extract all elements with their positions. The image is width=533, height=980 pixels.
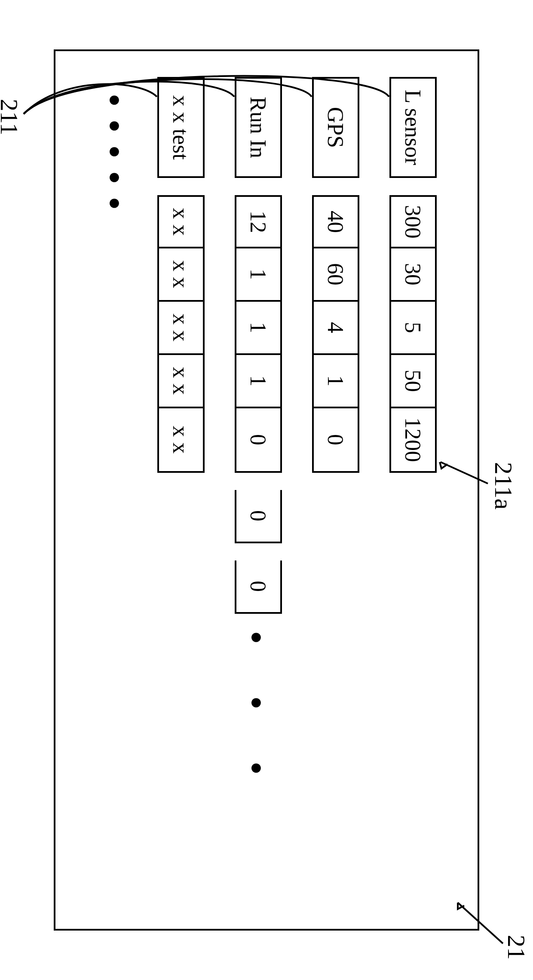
label-xx-test: x x test <box>157 77 205 178</box>
cell: x x <box>157 355 205 408</box>
row-gps: GPS 40 60 4 1 0 <box>312 77 359 473</box>
cell: 0 <box>235 408 282 473</box>
cell: 0 <box>235 490 282 543</box>
row-run-in: Run In 12 1 1 1 0 0 0 <box>235 77 282 614</box>
cell: 1 <box>235 248 282 302</box>
dot-icon: • <box>95 120 133 135</box>
cell: x x <box>157 248 205 302</box>
dot-icon: • <box>95 197 133 212</box>
ref-211: 211 <box>0 99 24 135</box>
dot-icon: • <box>237 631 275 655</box>
dot-icon: • <box>237 697 275 721</box>
cell: 1 <box>235 355 282 408</box>
cell: 30 <box>389 248 437 302</box>
cell: 50 <box>389 355 437 408</box>
cell: 0 <box>235 560 282 614</box>
cell: 5 <box>389 302 437 355</box>
cell: 1 <box>312 355 359 408</box>
cell: x x <box>157 195 205 248</box>
cells-gps: 40 60 4 1 0 <box>312 195 359 473</box>
dot-icon: • <box>95 94 133 109</box>
cell: 4 <box>312 302 359 355</box>
dot-icon: • <box>237 762 275 786</box>
cell: 1 <box>235 302 282 355</box>
cells-run-in: 12 1 1 1 0 0 0 <box>235 195 282 614</box>
ref-211a: 211a <box>489 462 518 510</box>
cell: 12 <box>235 195 282 248</box>
row-xx-test: x x test x x x x x x x x x x <box>157 77 205 473</box>
ellipsis-vertical: • • • • • <box>95 94 134 212</box>
label-run-in: Run In <box>235 77 282 178</box>
cell: x x <box>157 408 205 473</box>
label-l-sensor: L sensor <box>389 77 437 178</box>
cell-211a: 1200 <box>389 408 437 473</box>
cell: 40 <box>312 195 359 248</box>
row-l-sensor: L sensor 300 30 5 50 1200 <box>389 77 437 473</box>
cell: 300 <box>389 195 437 248</box>
cell: 0 <box>312 408 359 473</box>
rotated-panel: L sensor 300 30 5 50 1200 GPS 40 60 4 1 … <box>54 49 479 931</box>
cells-xx-test: x x x x x x x x x x <box>157 195 205 473</box>
cell: 60 <box>312 248 359 302</box>
ellipsis-horizontal: • • • <box>236 631 276 786</box>
dot-icon: • <box>95 146 133 160</box>
label-gps: GPS <box>312 77 359 178</box>
cell: x x <box>157 302 205 355</box>
outer-frame: L sensor 300 30 5 50 1200 GPS 40 60 4 1 … <box>54 49 479 931</box>
ref-21: 21 <box>502 935 531 960</box>
figure-canvas: L sensor 300 30 5 50 1200 GPS 40 60 4 1 … <box>0 0 533 980</box>
cells-l-sensor: 300 30 5 50 1200 <box>389 195 437 473</box>
dot-icon: • <box>95 172 133 186</box>
